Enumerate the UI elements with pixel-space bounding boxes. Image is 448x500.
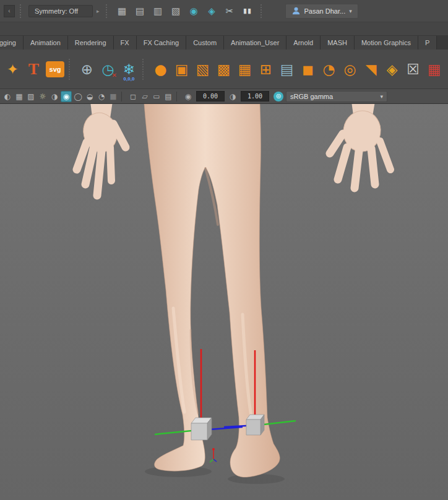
ipr-render-icon[interactable]: ▥ xyxy=(150,4,166,19)
render-region-icon[interactable]: ▤ xyxy=(132,4,148,19)
tab-rigging[interactable]: gging xyxy=(0,36,24,50)
right-finger xyxy=(355,151,359,188)
dropdown-arrow-icon: ▾ xyxy=(380,93,383,100)
cube-front-face[interactable] xyxy=(246,420,261,435)
right-finger xyxy=(371,149,375,184)
exposure-icon[interactable]: ◉ xyxy=(183,91,194,102)
viewport-canvas[interactable] xyxy=(0,104,448,500)
viewport-toolbar: ◐ ▦ ▨ ☼ ◑ ◉ ◯ ◒ ◔ ■ ◻ ▱ ▭ ▤ ◉ ◑ ⊚ sRGB g… xyxy=(0,89,448,104)
user-icon xyxy=(291,6,301,15)
tab-fx-caching[interactable]: FX Caching xyxy=(137,36,186,50)
render-view-icon[interactable]: ▦ xyxy=(114,4,130,19)
mash-frame-icon[interactable]: ☒ xyxy=(403,58,423,81)
locator-icon[interactable]: ⊕ xyxy=(77,58,97,81)
tab-animation[interactable]: Animation xyxy=(24,36,68,50)
toolbar-separator xyxy=(20,4,24,18)
tab-rendering[interactable]: Rendering xyxy=(68,36,114,50)
x-badge-icon: ✕ xyxy=(112,72,117,79)
gamma-icon[interactable]: ◑ xyxy=(227,91,238,102)
swatch-icon[interactable]: ■ xyxy=(108,91,119,102)
mash-cube-icon[interactable]: ◼ xyxy=(298,58,318,81)
mash-extrude-icon[interactable]: ◥ xyxy=(361,58,381,81)
colorspace-value: sRGB gamma xyxy=(290,93,333,100)
shadows-icon[interactable]: ◑ xyxy=(49,91,60,102)
lighting-icon[interactable]: ☼ xyxy=(37,91,48,102)
mash-network-icon[interactable]: ▧ xyxy=(192,58,213,81)
symmetry-label: Symmetry: Off xyxy=(35,7,78,15)
shelf-tabbar: gging Animation Rendering FX FX Caching … xyxy=(0,36,448,50)
toolbar-separator xyxy=(261,4,264,18)
left-finger xyxy=(97,151,101,196)
tab-animation-user[interactable]: Animation_User xyxy=(224,36,286,50)
image-plane-icon[interactable]: ▤ xyxy=(163,91,174,102)
pause-button[interactable]: ▮▮ xyxy=(240,4,256,19)
chevron-left-icon: ‹ xyxy=(8,7,10,14)
snowflake-icon: ❄ xyxy=(123,61,135,77)
mash-pour-icon[interactable]: ⊞ xyxy=(256,58,276,81)
symmetry-selector[interactable]: Symmetry: Off xyxy=(28,5,93,17)
tab-custom[interactable]: Custom xyxy=(186,36,224,50)
shelf-separator xyxy=(142,59,147,80)
tab-fx[interactable]: FX xyxy=(114,36,137,50)
zero-transform-icon[interactable]: ❄ 0,0,0 xyxy=(119,58,139,81)
shaded-display-icon[interactable]: ◐ xyxy=(2,91,13,102)
isolate-select-icon[interactable]: ◻ xyxy=(127,91,139,102)
toolbar-separator xyxy=(121,92,125,101)
mash-plane-icon[interactable]: ▦ xyxy=(235,58,255,81)
antialias-icon[interactable]: ◒ xyxy=(84,91,95,102)
mash-repro-icon[interactable]: ▣ xyxy=(171,58,192,81)
viewport[interactable] xyxy=(0,104,448,500)
motion-blur-icon[interactable]: ◯ xyxy=(72,91,84,102)
toolbar-separator xyxy=(106,4,110,18)
camera-mask-icon[interactable]: ▭ xyxy=(151,91,162,102)
snip-icon[interactable]: ✂ xyxy=(222,4,238,19)
tab-arnold[interactable]: Arnold xyxy=(286,36,321,50)
gamma-input[interactable] xyxy=(241,91,269,101)
tab-partial[interactable]: P xyxy=(418,36,437,50)
user-name: Pasan Dhar... xyxy=(304,7,346,15)
mash-falloff-icon[interactable]: ◈ xyxy=(382,58,402,81)
arnold-standin-icon[interactable]: ● xyxy=(150,58,171,81)
workspace-mini-combo[interactable]: ‹ xyxy=(4,5,15,17)
dof-icon[interactable]: ◔ xyxy=(96,91,107,102)
user-account-menu[interactable]: Pasan Dhar... ▾ xyxy=(285,4,358,19)
chevron-right-icon: ▸ xyxy=(95,8,101,14)
star-tool-icon[interactable]: ✦ xyxy=(2,58,23,81)
mash-stack-icon[interactable]: ▤ xyxy=(277,58,297,81)
mash-voxel-icon[interactable]: ▦ xyxy=(424,58,444,81)
color-management-icon[interactable]: ⊚ xyxy=(274,92,283,101)
mash-grid-icon[interactable]: ▩ xyxy=(213,58,234,81)
cube-front-face[interactable] xyxy=(191,423,207,440)
mash-target-icon[interactable]: ◎ xyxy=(340,58,360,81)
xray-icon[interactable]: ▱ xyxy=(139,91,150,102)
toolbar-separator xyxy=(176,92,180,101)
shelf-separator xyxy=(69,59,74,80)
render-current-frame-icon[interactable]: ◉ xyxy=(186,4,202,19)
svg-tool-icon[interactable]: svg xyxy=(46,61,64,77)
textured-display-icon[interactable]: ▨ xyxy=(25,91,37,102)
wireframe-shaded-icon[interactable]: ▦ xyxy=(14,91,25,102)
reset-time-icon[interactable]: ◷ ✕ xyxy=(98,58,118,81)
menu-gap xyxy=(0,22,448,36)
render-settings-icon[interactable]: ▧ xyxy=(168,4,184,19)
tab-mash[interactable]: MASH xyxy=(321,36,355,50)
mash-sphere-icon[interactable]: ◔ xyxy=(319,58,339,81)
colorspace-combo[interactable]: sRGB gamma ▾ xyxy=(286,91,387,102)
ssao-icon[interactable]: ◉ xyxy=(61,91,72,102)
exposure-input[interactable] xyxy=(196,91,225,101)
text-tool-icon[interactable]: T xyxy=(24,58,44,81)
dropdown-arrow-icon: ▾ xyxy=(349,8,352,14)
render-sequence-icon[interactable]: ◈ xyxy=(204,4,220,19)
tab-motion-graphics[interactable]: Motion Graphics xyxy=(355,36,418,50)
status-line: ‹ Symmetry: Off ▸ ▦ ▤ ▥ ▧ ◉ ◈ ✂ ▮▮ Pasan… xyxy=(0,0,448,22)
zero-transform-label: 0,0,0 xyxy=(119,76,139,82)
shelf: ✦ T svg ⊕ ◷ ✕ ❄ 0,0,0 ● ▣ ▧ ▩ ▦ ⊞ ▤ ◼ ◔ … xyxy=(0,50,448,89)
left-finger xyxy=(110,147,111,181)
